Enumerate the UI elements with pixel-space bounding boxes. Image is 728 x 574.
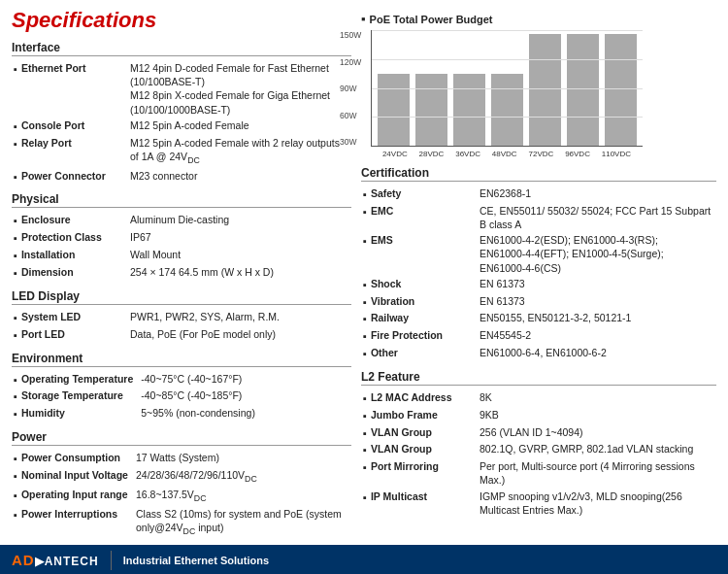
y-axis-labels: 30W 60W 90W 120W 150W (340, 30, 361, 147)
section-interface: Interface (12, 41, 351, 56)
label: Other (371, 346, 398, 359)
bullet-icon: ▪ (363, 234, 367, 249)
bullet-icon: ▪ (363, 426, 367, 441)
x-label: 28VDC (419, 150, 445, 158)
x-label: 48VDC (492, 150, 517, 158)
label: L2 MAC Address (371, 390, 452, 404)
label: Port LED (21, 327, 65, 341)
logo-ad: AD (12, 552, 35, 568)
label: Vibration (371, 294, 414, 308)
table-row: ▪Jumbo Frame 9KB (361, 407, 716, 424)
bar (378, 74, 410, 146)
value: M12 5pin A-coded Female (128, 118, 351, 135)
label: System LED (21, 310, 81, 323)
label: Power Connector (21, 169, 106, 183)
x-label: 24VDC (382, 150, 408, 158)
label: Power Interruptions (21, 507, 117, 521)
bullet-icon: ▪ (14, 266, 17, 281)
bullet-icon: ▪ (363, 347, 367, 361)
table-row: ▪Power Interruptions Class S2 (10ms) for… (12, 506, 351, 539)
main-content: Specifications Interface ▪Ethernet Port … (0, 0, 728, 545)
label: Power Consumption (21, 451, 120, 464)
value: 16.8~137.5VDC (134, 487, 351, 506)
value: Wall Mount (128, 247, 351, 264)
label: Shock (371, 277, 402, 290)
bar (453, 74, 485, 146)
bullet-icon: ▪ (363, 205, 367, 219)
label: Dimension (21, 265, 74, 279)
bullet-icon: ▪ (14, 214, 17, 228)
label: Jumbo Frame (371, 408, 438, 422)
value: Data, PoE (For PoE model only) (128, 326, 351, 344)
label: EMC (371, 204, 393, 218)
bullet-icon: ▪ (14, 407, 17, 422)
bullet-icon: ▪ (14, 311, 17, 325)
table-row: ▪System LED PWR1, PWR2, SYS, Alarm, R.M. (12, 309, 351, 326)
bullet-icon: ▪ (14, 249, 17, 263)
table-row: ▪Power Connector M23 connector (12, 168, 351, 186)
company-logo: AD▶ANTECH (12, 552, 99, 568)
bullet-icon: ▪ (363, 295, 367, 310)
y-label: 150W (340, 30, 361, 40)
label: EMS (371, 233, 393, 247)
bar (567, 34, 599, 146)
value: 254 × 174 64.5 mm (W x H x D) (128, 264, 351, 282)
table-row: ▪EMC CE, EN55011/ 55032/ 55024; FCC Part… (361, 203, 716, 232)
value: -40~75°C (-40~167°F) (139, 371, 351, 388)
table-row: ▪Fire Protection EN45545-2 (361, 327, 716, 345)
footer: AD▶ANTECH Industrial Ethernet Solutions (0, 545, 728, 574)
bullet-icon: ▪ (363, 391, 367, 406)
table-row: ▪Operating Temperature -40~75°C (-40~167… (12, 371, 351, 388)
table-row: ▪Port LED Data, PoE (For PoE model only) (12, 326, 351, 344)
table-row: ▪IP Multicast IGMP snooping v1/v2/v3, ML… (361, 489, 716, 518)
table-row: ▪Nominal Input Voltage 24/28/36/48/72/96… (12, 467, 351, 487)
label: Installation (21, 248, 75, 261)
bottom-section: AD▶ANTECH Industrial Ethernet Solutions … (0, 545, 728, 574)
value: EN 61373 (478, 293, 716, 311)
x-label: 72VDC (528, 150, 553, 158)
bullet-icon: ▪ (14, 469, 17, 484)
x-label: 110VDC (602, 150, 631, 158)
label: Port Mirroring (371, 459, 439, 473)
bullet-icon: ▪ (363, 409, 367, 423)
bullet-icon: ▪ (14, 328, 17, 343)
value: 8K (478, 389, 716, 407)
section-physical: Physical (12, 192, 351, 208)
footer-divider (111, 551, 112, 570)
table-row: ▪Humidity 5~95% (non-condensing) (12, 405, 351, 422)
label: Humidity (21, 406, 65, 420)
bullet-icon: ▪ (14, 170, 17, 185)
bar (491, 74, 523, 146)
table-row: ▪Console Port M12 5pin A-coded Female (12, 118, 351, 135)
chart-title-text: PoE Total Power Budget (370, 14, 493, 25)
bullet-icon: ▪ (363, 460, 367, 475)
bullet-icon: ▪ (14, 62, 17, 77)
table-row: ▪Shock EN 61373 (361, 276, 716, 293)
label: Console Port (21, 118, 84, 132)
label: Protection Class (21, 230, 102, 244)
section-l2: L2 Feature (361, 370, 716, 386)
value: EN62368-1 (478, 186, 716, 203)
interface-table: ▪Ethernet Port M12 4pin D-coded Female f… (12, 60, 351, 185)
bullet-icon: ▪ (363, 278, 367, 292)
logo-vantech: ▶ANTECH (35, 555, 99, 568)
label: VLAN Group (371, 425, 432, 439)
x-axis-labels: 24VDC 28VDC 36VDC 48VDC 72VDC 96VDC 110V… (371, 150, 643, 158)
bullet-icon: ▪ (14, 373, 17, 388)
label: VLAN Group (371, 442, 432, 456)
bullet-icon: ▪ (14, 231, 17, 246)
label: IP Multicast (371, 490, 427, 503)
chart-area: ▪ PoE Total Power Budget 30W 60W 90W 120… (361, 12, 716, 158)
label: Railway (371, 311, 409, 324)
value: IP67 (128, 229, 351, 247)
bullet-icon: ▪ (14, 119, 17, 134)
section-led: LED Display (12, 289, 351, 305)
value: -40~85°C (-40~185°F) (139, 388, 351, 405)
table-row: ▪Protection Class IP67 (12, 229, 351, 247)
footer-tagline: Industrial Ethernet Solutions (123, 555, 269, 566)
value: M12 4pin D-coded Female for Fast Etherne… (128, 60, 351, 118)
bullet-icon: ▪ (14, 508, 17, 523)
y-label: 90W (340, 84, 361, 93)
table-row: ▪VLAN Group 256 (VLAN ID 1~4094) (361, 424, 716, 442)
table-row: ▪Operating Input range 16.8~137.5VDC (12, 487, 351, 506)
